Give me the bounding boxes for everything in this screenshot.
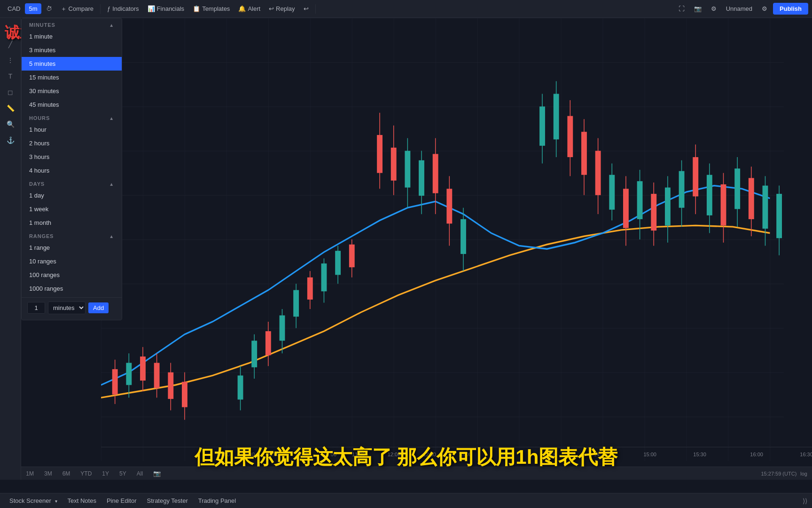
interval-1range-label: 1 range <box>29 244 50 251</box>
svg-rect-33 <box>377 135 383 173</box>
alert-button[interactable]: 🔔 Alert <box>234 3 264 14</box>
screenshot-btn[interactable]: 📷 <box>149 468 164 478</box>
svg-rect-73 <box>721 184 726 225</box>
replay-button[interactable]: ↩ Replay <box>265 3 298 14</box>
symbol-label[interactable]: CAD <box>4 3 24 14</box>
undo-button[interactable]: ↩ <box>300 3 312 14</box>
magnet-tool[interactable]: ⚓ <box>3 133 18 148</box>
symbol-text: CAD <box>8 5 20 12</box>
interval-1week[interactable]: 1 week <box>22 202 122 216</box>
svg-rect-17 <box>251 341 257 367</box>
interval-10ranges[interactable]: 10 ranges <box>22 254 122 268</box>
interval-3min-label: 3 minutes <box>29 47 55 54</box>
interval-1range[interactable]: 1 range <box>22 241 122 254</box>
draw-tool[interactable]: ╱ <box>3 37 18 52</box>
svg-rect-79 <box>763 186 768 229</box>
indicators-button[interactable]: ƒ Indicators <box>103 3 143 14</box>
range-all[interactable]: All <box>133 469 147 478</box>
stock-screener-btn[interactable]: Stock Screener ▾ <box>5 495 62 506</box>
cursor-tool[interactable]: ↖ <box>3 21 18 36</box>
expand-icon[interactable]: ⟩⟩ <box>803 497 807 505</box>
range-5y[interactable]: 5Y <box>116 469 130 478</box>
trading-panel-btn[interactable]: Trading Panel <box>194 495 241 506</box>
publish-button[interactable]: Publish <box>773 3 808 15</box>
interval-5min[interactable]: 5 minutes <box>22 57 122 71</box>
financials-icon: 📊 <box>148 5 155 12</box>
custom-value-input[interactable] <box>27 302 45 314</box>
time-label-1130: 11:30 <box>352 452 365 457</box>
range-ytd[interactable]: YTD <box>77 469 95 478</box>
interval-15min-label: 15 minutes <box>29 74 59 81</box>
interval-45min-label: 45 minutes <box>29 101 59 108</box>
svg-rect-53 <box>581 132 587 175</box>
custom-unit-select[interactable]: minutes hours days <box>48 302 86 314</box>
interval-1month[interactable]: 1 month <box>22 216 122 230</box>
ruler-tool[interactable]: 📏 <box>3 101 18 116</box>
chart-type-button[interactable]: 📷 <box>690 3 705 14</box>
fullscreen-button[interactable]: ⛶ <box>675 3 688 14</box>
svg-rect-49 <box>554 94 559 139</box>
interval-1hour[interactable]: 1 hour <box>22 123 122 136</box>
interval-4hours[interactable]: 4 hours <box>22 164 122 177</box>
svg-rect-51 <box>567 116 573 157</box>
text-notes-btn[interactable]: Text Notes <box>63 495 101 506</box>
pine-editor-btn[interactable]: Pine Editor <box>102 495 141 506</box>
interval-1day[interactable]: 1 day <box>22 189 122 202</box>
add-interval-button[interactable]: Add <box>88 302 109 313</box>
text-tool[interactable]: T <box>3 69 18 84</box>
interval-3hours[interactable]: 3 hours <box>22 150 122 164</box>
interval-2hours-label: 2 hours <box>29 140 49 147</box>
minutes-section-header: MINUTES ▲ <box>22 18 122 30</box>
templates-button[interactable]: 📋 Templates <box>189 3 234 14</box>
compare-button[interactable]: ＋ Compare <box>57 3 97 15</box>
interval-100ranges[interactable]: 100 ranges <box>22 268 122 282</box>
svg-rect-31 <box>349 245 355 267</box>
more-settings-button[interactable]: ⚙ <box>758 3 771 14</box>
interval-1min-label: 1 minute <box>29 33 53 40</box>
range-1m[interactable]: 1M <box>22 469 38 478</box>
chart-svg <box>101 18 784 461</box>
zoom-tool[interactable]: 🔍 <box>3 117 18 132</box>
hours-section-header: HOURS ▲ <box>22 111 122 123</box>
indicators-icon: ƒ <box>107 5 110 12</box>
settings-button[interactable]: ⚙ <box>707 3 720 14</box>
unnamed-label[interactable]: Unnamed <box>722 3 756 14</box>
interval-30min[interactable]: 30 minutes <box>22 84 122 98</box>
interval-1min[interactable]: 1 minute <box>22 30 122 43</box>
ranges-section-label: RANGES <box>29 233 54 239</box>
svg-rect-63 <box>651 194 656 230</box>
days-section-header: DAYS ▲ <box>22 177 122 189</box>
alert-label: Alert <box>248 5 260 12</box>
interval-2hours[interactable]: 2 hours <box>22 136 122 150</box>
svg-rect-55 <box>595 151 601 195</box>
time-label-1330: 13:30 <box>501 452 515 457</box>
svg-rect-47 <box>539 106 545 145</box>
range-1y[interactable]: 1Y <box>98 469 113 478</box>
settings-icon: ⚙ <box>711 5 717 12</box>
interval-button[interactable]: 5m <box>25 3 41 14</box>
chart-type-icon: 📷 <box>694 5 702 12</box>
alert-icon: 🔔 <box>238 5 246 12</box>
time-label-1000: 10:00 <box>267 452 280 457</box>
svg-rect-7 <box>140 357 146 381</box>
sep1 <box>100 4 101 14</box>
svg-rect-77 <box>749 178 754 219</box>
log-label: log <box>800 471 807 476</box>
interval-3hours-label: 3 hours <box>29 153 49 160</box>
svg-rect-57 <box>609 175 615 210</box>
range-6m[interactable]: 6M <box>59 469 74 478</box>
interval-15min[interactable]: 15 minutes <box>22 71 122 84</box>
interval-45min[interactable]: 45 minutes <box>22 98 122 111</box>
interval-3min[interactable]: 3 minutes <box>22 43 122 57</box>
minutes-chevron-icon: ▲ <box>109 23 114 28</box>
fib-tool[interactable]: ⋮ <box>3 53 18 68</box>
range-3m[interactable]: 3M <box>40 469 56 478</box>
financials-button[interactable]: 📊 Financials <box>144 3 188 14</box>
interval-5min-label: 5 minutes <box>29 60 55 67</box>
svg-rect-27 <box>321 263 327 291</box>
strategy-tester-btn[interactable]: Strategy Tester <box>142 495 193 506</box>
bottom-right-icons: ⟩⟩ <box>803 497 807 505</box>
interval-1000ranges[interactable]: 1000 ranges <box>22 282 122 295</box>
interval-type-button[interactable]: ⏱ <box>42 3 56 14</box>
shape-tool[interactable]: ◻ <box>3 85 18 100</box>
